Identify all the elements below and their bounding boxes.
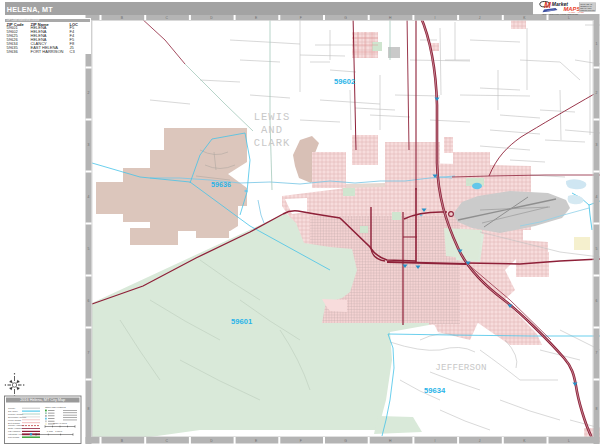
svg-text:State Highway: State Highway [8,427,24,429]
svg-text:Rail Roads: Rail Roads [8,436,20,438]
svg-text:J: J [479,16,481,20]
svg-text:6: 6 [88,299,90,303]
svg-text:I: I [434,16,435,20]
svg-text:2016 Helena, MT City Map: 2016 Helena, MT City Map [20,398,65,402]
svg-text:3: 3 [88,143,90,147]
svg-text:L: L [568,16,570,20]
svg-text:1: 1 [596,42,598,46]
svg-text:5: 5 [596,247,598,251]
svg-text:America's Leading Provider of: America's Leading Provider of Custom & B… [542,13,579,15]
svg-text:Primary Roads: Primary Roads [8,413,24,415]
svg-text:59602: 59602 [334,77,355,86]
svg-text:MarketMAPS.com: MarketMAPS.com [580,9,595,11]
svg-text:M: M [544,1,551,10]
svg-text:ZIP Code: ZIP Code [8,410,18,412]
svg-text:3: 3 [596,143,598,147]
svg-text:F: F [300,16,302,20]
svg-text:Other Map Features: Other Map Features [45,406,66,408]
svg-text:Exit Ramps: Exit Ramps [8,422,21,424]
svg-text:2: 2 [596,91,598,95]
svg-text:G: G [344,439,347,443]
svg-text:7: 7 [88,351,90,355]
svg-text:4: 4 [596,195,598,199]
svg-text:59636: 59636 [211,180,231,189]
svg-text:59601: 59601 [231,317,253,326]
svg-text:F: F [300,439,302,443]
svg-text:Scale of Miles: Scale of Miles [53,422,68,424]
svg-text:County: County [8,407,16,409]
svg-text:1 inch = 1 Miles: 1 inch = 1 Miles [47,430,63,432]
svg-text:2: 2 [88,91,90,95]
svg-text:5: 5 [88,247,90,251]
svg-text:Minor Roads: Minor Roads [8,419,22,421]
svg-text:8: 8 [88,407,90,411]
svg-text:I: I [434,439,435,443]
svg-text:JEFFERSON: JEFFERSON [435,362,486,373]
svg-text:LEWIS: LEWIS [254,111,291,123]
svg-text:4: 4 [88,195,90,199]
svg-text:US Highway: US Highway [8,430,21,432]
svg-text:L: L [568,439,570,443]
svg-text:7: 7 [596,351,598,355]
svg-text:J: J [479,439,481,443]
svg-text:CLARK: CLARK [254,137,291,149]
svg-text:AND: AND [261,124,283,136]
svg-text:6: 6 [596,299,598,303]
svg-text:G: G [344,16,347,20]
svg-text:59634: 59634 [424,386,446,395]
svg-text:8: 8 [596,407,598,411]
